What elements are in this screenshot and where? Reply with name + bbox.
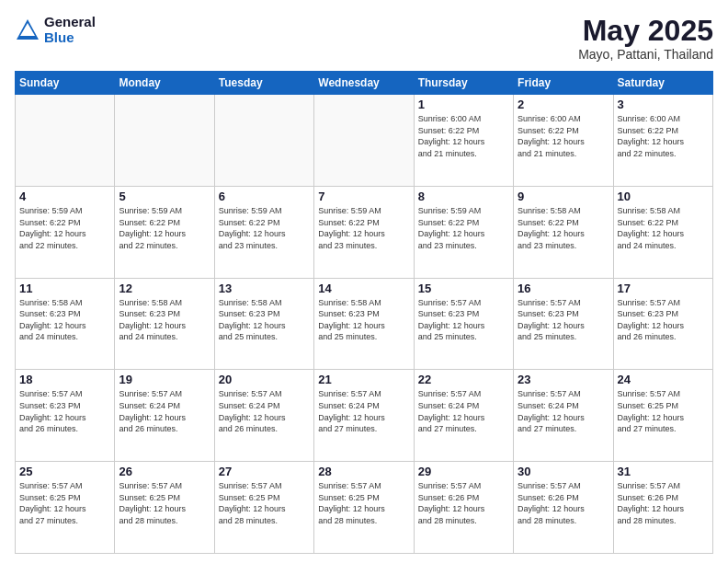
calendar-day-cell: 30Sunrise: 5:57 AM Sunset: 6:26 PM Dayli… bbox=[514, 462, 613, 554]
day-info: Sunrise: 5:58 AM Sunset: 6:23 PM Dayligh… bbox=[119, 297, 210, 343]
calendar-day-cell bbox=[115, 95, 214, 187]
calendar-day-cell bbox=[214, 95, 313, 187]
calendar-day-cell: 7Sunrise: 5:59 AM Sunset: 6:22 PM Daylig… bbox=[314, 186, 414, 278]
calendar-week-row: 18Sunrise: 5:57 AM Sunset: 6:23 PM Dayli… bbox=[16, 370, 713, 462]
calendar-day-cell: 16Sunrise: 5:57 AM Sunset: 6:23 PM Dayli… bbox=[514, 278, 613, 370]
day-info: Sunrise: 5:59 AM Sunset: 6:22 PM Dayligh… bbox=[219, 205, 310, 251]
day-number: 21 bbox=[318, 373, 409, 386]
day-number: 29 bbox=[418, 465, 509, 478]
calendar-day-header: Sunday bbox=[16, 72, 115, 95]
day-info: Sunrise: 5:58 AM Sunset: 6:23 PM Dayligh… bbox=[318, 297, 409, 343]
calendar-day-cell: 5Sunrise: 5:59 AM Sunset: 6:22 PM Daylig… bbox=[115, 186, 214, 278]
calendar-header-row: SundayMondayTuesdayWednesdayThursdayFrid… bbox=[16, 72, 713, 95]
calendar-day-cell: 27Sunrise: 5:57 AM Sunset: 6:25 PM Dayli… bbox=[214, 462, 313, 554]
subtitle: Mayo, Pattani, Thailand bbox=[578, 47, 713, 62]
calendar-table: SundayMondayTuesdayWednesdayThursdayFrid… bbox=[15, 71, 713, 554]
day-info: Sunrise: 5:57 AM Sunset: 6:24 PM Dayligh… bbox=[318, 388, 409, 434]
calendar-day-cell: 25Sunrise: 5:57 AM Sunset: 6:25 PM Dayli… bbox=[16, 462, 115, 554]
day-number: 23 bbox=[518, 373, 609, 386]
day-info: Sunrise: 5:57 AM Sunset: 6:26 PM Dayligh… bbox=[618, 480, 709, 526]
day-number: 11 bbox=[19, 282, 110, 295]
logo-blue-label: Blue bbox=[44, 30, 96, 46]
calendar-week-row: 25Sunrise: 5:57 AM Sunset: 6:25 PM Dayli… bbox=[16, 462, 713, 554]
calendar-week-row: 1Sunrise: 6:00 AM Sunset: 6:22 PM Daylig… bbox=[16, 95, 713, 187]
calendar-day-cell: 15Sunrise: 5:57 AM Sunset: 6:23 PM Dayli… bbox=[414, 278, 513, 370]
calendar-day-header: Tuesday bbox=[214, 72, 313, 95]
calendar-day-cell: 29Sunrise: 5:57 AM Sunset: 6:26 PM Dayli… bbox=[414, 462, 513, 554]
day-info: Sunrise: 5:59 AM Sunset: 6:22 PM Dayligh… bbox=[119, 205, 210, 251]
calendar-day-cell: 17Sunrise: 5:57 AM Sunset: 6:23 PM Dayli… bbox=[613, 278, 712, 370]
logo-general-label: General bbox=[44, 15, 96, 30]
calendar-day-cell: 20Sunrise: 5:57 AM Sunset: 6:24 PM Dayli… bbox=[214, 370, 313, 462]
calendar-week-row: 11Sunrise: 5:58 AM Sunset: 6:23 PM Dayli… bbox=[16, 278, 713, 370]
day-number: 15 bbox=[418, 282, 509, 295]
day-info: Sunrise: 5:57 AM Sunset: 6:24 PM Dayligh… bbox=[119, 388, 210, 434]
day-number: 19 bbox=[119, 373, 210, 386]
logo-text: General Blue bbox=[44, 15, 96, 45]
calendar-day-header: Friday bbox=[514, 72, 613, 95]
day-info: Sunrise: 5:57 AM Sunset: 6:23 PM Dayligh… bbox=[19, 388, 110, 434]
day-number: 26 bbox=[119, 465, 210, 478]
day-number: 2 bbox=[518, 98, 609, 111]
calendar-day-cell bbox=[314, 95, 414, 187]
calendar-day-cell: 1Sunrise: 6:00 AM Sunset: 6:22 PM Daylig… bbox=[414, 95, 513, 187]
day-info: Sunrise: 5:58 AM Sunset: 6:23 PM Dayligh… bbox=[19, 297, 110, 343]
calendar-day-cell: 8Sunrise: 5:59 AM Sunset: 6:22 PM Daylig… bbox=[414, 186, 513, 278]
calendar-week-row: 4Sunrise: 5:59 AM Sunset: 6:22 PM Daylig… bbox=[16, 186, 713, 278]
calendar-day-cell: 11Sunrise: 5:58 AM Sunset: 6:23 PM Dayli… bbox=[16, 278, 115, 370]
calendar-day-cell: 6Sunrise: 5:59 AM Sunset: 6:22 PM Daylig… bbox=[214, 186, 313, 278]
calendar-day-header: Wednesday bbox=[314, 72, 414, 95]
day-info: Sunrise: 5:59 AM Sunset: 6:22 PM Dayligh… bbox=[19, 205, 110, 251]
day-number: 14 bbox=[318, 282, 409, 295]
day-info: Sunrise: 5:57 AM Sunset: 6:25 PM Dayligh… bbox=[219, 480, 310, 526]
day-number: 27 bbox=[219, 465, 310, 478]
day-number: 8 bbox=[418, 190, 509, 203]
day-number: 17 bbox=[618, 282, 709, 295]
logo: General Blue bbox=[15, 15, 96, 45]
calendar-day-header: Monday bbox=[115, 72, 214, 95]
day-info: Sunrise: 5:58 AM Sunset: 6:22 PM Dayligh… bbox=[618, 205, 709, 251]
calendar-day-cell: 4Sunrise: 5:59 AM Sunset: 6:22 PM Daylig… bbox=[16, 186, 115, 278]
day-number: 5 bbox=[119, 190, 210, 203]
calendar-day-cell: 12Sunrise: 5:58 AM Sunset: 6:23 PM Dayli… bbox=[115, 278, 214, 370]
day-info: Sunrise: 5:57 AM Sunset: 6:25 PM Dayligh… bbox=[19, 480, 110, 526]
day-number: 1 bbox=[418, 98, 509, 111]
main-title: May 2025 bbox=[578, 15, 713, 47]
day-info: Sunrise: 6:00 AM Sunset: 6:22 PM Dayligh… bbox=[618, 113, 709, 159]
calendar-day-header: Thursday bbox=[414, 72, 513, 95]
day-info: Sunrise: 5:57 AM Sunset: 6:23 PM Dayligh… bbox=[518, 297, 609, 343]
day-number: 24 bbox=[618, 373, 709, 386]
day-info: Sunrise: 5:58 AM Sunset: 6:22 PM Dayligh… bbox=[518, 205, 609, 251]
day-number: 7 bbox=[318, 190, 409, 203]
day-info: Sunrise: 5:57 AM Sunset: 6:24 PM Dayligh… bbox=[518, 388, 609, 434]
day-info: Sunrise: 5:59 AM Sunset: 6:22 PM Dayligh… bbox=[318, 205, 409, 251]
day-number: 20 bbox=[219, 373, 310, 386]
day-number: 28 bbox=[318, 465, 409, 478]
calendar-day-cell: 24Sunrise: 5:57 AM Sunset: 6:25 PM Dayli… bbox=[613, 370, 712, 462]
calendar-day-cell: 18Sunrise: 5:57 AM Sunset: 6:23 PM Dayli… bbox=[16, 370, 115, 462]
day-info: Sunrise: 5:58 AM Sunset: 6:23 PM Dayligh… bbox=[219, 297, 310, 343]
day-number: 13 bbox=[219, 282, 310, 295]
calendar-day-cell: 19Sunrise: 5:57 AM Sunset: 6:24 PM Dayli… bbox=[115, 370, 214, 462]
day-info: Sunrise: 6:00 AM Sunset: 6:22 PM Dayligh… bbox=[518, 113, 609, 159]
day-number: 3 bbox=[618, 98, 709, 111]
day-number: 18 bbox=[19, 373, 110, 386]
calendar-day-cell: 13Sunrise: 5:58 AM Sunset: 6:23 PM Dayli… bbox=[214, 278, 313, 370]
calendar-day-cell: 26Sunrise: 5:57 AM Sunset: 6:25 PM Dayli… bbox=[115, 462, 214, 554]
day-info: Sunrise: 5:57 AM Sunset: 6:25 PM Dayligh… bbox=[318, 480, 409, 526]
calendar-day-cell: 22Sunrise: 5:57 AM Sunset: 6:24 PM Dayli… bbox=[414, 370, 513, 462]
day-number: 10 bbox=[618, 190, 709, 203]
calendar-day-cell: 23Sunrise: 5:57 AM Sunset: 6:24 PM Dayli… bbox=[514, 370, 613, 462]
calendar-day-cell: 9Sunrise: 5:58 AM Sunset: 6:22 PM Daylig… bbox=[514, 186, 613, 278]
day-number: 31 bbox=[618, 465, 709, 478]
day-info: Sunrise: 5:57 AM Sunset: 6:25 PM Dayligh… bbox=[119, 480, 210, 526]
header: General Blue May 2025 Mayo, Pattani, Tha… bbox=[15, 15, 713, 62]
day-number: 25 bbox=[19, 465, 110, 478]
day-number: 6 bbox=[219, 190, 310, 203]
day-number: 22 bbox=[418, 373, 509, 386]
calendar-day-cell bbox=[16, 95, 115, 187]
page: General Blue May 2025 Mayo, Pattani, Tha… bbox=[0, 0, 728, 563]
calendar-day-cell: 2Sunrise: 6:00 AM Sunset: 6:22 PM Daylig… bbox=[514, 95, 613, 187]
day-info: Sunrise: 6:00 AM Sunset: 6:22 PM Dayligh… bbox=[418, 113, 509, 159]
day-info: Sunrise: 5:59 AM Sunset: 6:22 PM Dayligh… bbox=[418, 205, 509, 251]
